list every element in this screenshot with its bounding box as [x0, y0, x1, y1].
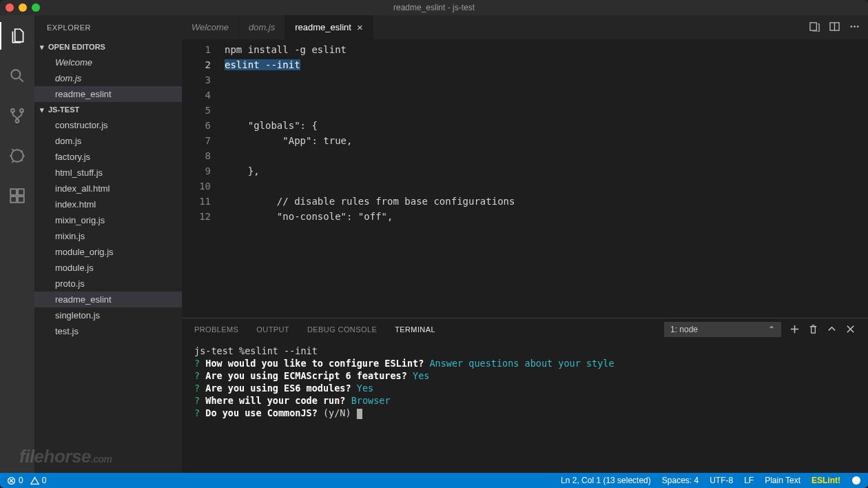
svg-point-11 [851, 26, 853, 28]
line-number[interactable]: 11 [182, 194, 211, 209]
status-language[interactable]: Plain Text [765, 476, 800, 485]
status-eslint[interactable]: ESLint! [812, 476, 840, 485]
code-line[interactable] [225, 88, 868, 103]
status-spaces[interactable]: Spaces: 4 [662, 476, 699, 485]
open-editor-item[interactable]: Welcome [34, 54, 182, 70]
line-number[interactable]: 5 [182, 103, 211, 118]
tab-bar: Welcomedom.jsreadme_eslint× [182, 15, 868, 39]
code-line[interactable] [225, 72, 868, 88]
maximize-window-button[interactable] [32, 3, 40, 12]
line-number[interactable]: 12 [182, 209, 211, 224]
line-number[interactable]: 1 [182, 42, 211, 57]
code-line[interactable] [225, 179, 868, 194]
line-number[interactable]: 7 [182, 133, 211, 148]
file-tree-item[interactable]: constructor.js [34, 117, 182, 133]
warning-icon [30, 476, 39, 485]
svg-point-2 [20, 109, 23, 112]
svg-point-15 [852, 476, 860, 485]
line-number[interactable]: 6 [182, 118, 211, 133]
close-tab-icon[interactable]: × [357, 21, 363, 33]
open-editors-header[interactable]: ▾ OPEN EDITORS [34, 39, 182, 54]
svg-point-3 [16, 119, 19, 123]
code-line[interactable]: "globals": { [225, 118, 868, 133]
search-icon [8, 67, 26, 85]
line-number[interactable]: 3 [182, 72, 211, 88]
file-tree-item[interactable]: html_stuff.js [34, 165, 182, 181]
file-tree-item[interactable]: proto.js [34, 276, 182, 292]
status-encoding[interactable]: UTF-8 [710, 476, 733, 485]
code-line[interactable] [225, 148, 868, 163]
svg-point-0 [11, 70, 20, 79]
svg-rect-7 [10, 196, 17, 203]
editor-region: Welcomedom.jsreadme_eslint× 123456789101… [182, 15, 868, 473]
file-tree-item[interactable]: index.html [34, 196, 182, 212]
file-tree-item[interactable]: dom.js [34, 133, 182, 149]
file-tree-item[interactable]: module.js [34, 260, 182, 276]
panel-maximize-button[interactable] [827, 324, 837, 336]
title-bar: readme_eslint - js-test [0, 0, 868, 15]
activity-explorer[interactable] [0, 22, 34, 50]
file-tree-item[interactable]: singleton.js [34, 307, 182, 323]
activity-search[interactable] [0, 62, 34, 90]
editor-tab[interactable]: readme_eslint× [285, 15, 373, 39]
svg-point-12 [854, 26, 856, 28]
file-tree-item[interactable]: readme_eslint [34, 292, 182, 307]
new-terminal-button[interactable] [789, 324, 800, 336]
status-eol[interactable]: LF [744, 476, 754, 485]
file-tree-item[interactable]: factory.js [34, 149, 182, 165]
more-icon[interactable] [849, 21, 860, 34]
file-tree-item[interactable]: index_all.html [34, 181, 182, 196]
close-window-button[interactable] [6, 3, 14, 12]
chevron-updown-icon: ⌃ [768, 325, 775, 334]
sidebar-title: EXPLORER [34, 15, 182, 39]
split-editor-icon[interactable] [829, 21, 840, 34]
panel-tab[interactable]: DEBUG CONSOLE [307, 325, 377, 334]
extensions-icon [8, 187, 26, 205]
files-icon [9, 27, 27, 45]
code-line[interactable]: // disable rules from base configuration… [225, 194, 868, 209]
activity-bar [0, 15, 34, 473]
terminal-select[interactable]: 1: node ⌃ [664, 322, 781, 337]
activity-extensions[interactable] [0, 182, 34, 210]
svg-rect-8 [18, 196, 24, 203]
svg-point-13 [857, 26, 859, 28]
code-line[interactable]: }, [225, 163, 868, 179]
file-tree-item[interactable]: test.js [34, 323, 182, 339]
line-number[interactable]: 10 [182, 179, 211, 194]
panel-tab[interactable]: OUTPUT [256, 325, 289, 334]
diff-icon[interactable] [809, 21, 820, 34]
panel: PROBLEMSOUTPUTDEBUG CONSOLETERMINAL 1: n… [182, 318, 868, 473]
file-tree-item[interactable]: module_orig.js [34, 244, 182, 260]
open-editor-item[interactable]: readme_eslint [34, 86, 182, 102]
status-errors[interactable]: 0 [7, 476, 23, 485]
kill-terminal-button[interactable] [808, 324, 818, 336]
code-line[interactable]: eslint --init [225, 57, 868, 72]
error-icon [7, 476, 16, 485]
minimize-window-button[interactable] [19, 3, 27, 12]
chevron-down-icon: ▾ [37, 43, 47, 52]
open-editor-item[interactable]: dom.js [34, 70, 182, 86]
code-line[interactable] [225, 103, 868, 118]
line-number[interactable]: 2 [182, 57, 211, 72]
project-header[interactable]: ▾ JS-TEST [34, 102, 182, 117]
code-line[interactable]: "no-console": "off", [225, 209, 868, 224]
code-line[interactable]: "App": true, [225, 133, 868, 148]
editor-tab[interactable]: Welcome [182, 15, 239, 39]
line-number[interactable]: 9 [182, 163, 211, 179]
activity-debug[interactable] [0, 142, 34, 170]
file-tree-item[interactable]: mixin.js [34, 228, 182, 244]
terminal[interactable]: js-test %eslint --init ? How would you l… [182, 340, 868, 473]
status-cursor[interactable]: Ln 2, Col 1 (13 selected) [561, 476, 651, 485]
status-feedback[interactable] [851, 476, 861, 485]
editor-tab[interactable]: dom.js [239, 15, 285, 39]
file-tree-item[interactable]: mixin_orig.js [34, 212, 182, 228]
status-warnings[interactable]: 0 [30, 476, 47, 485]
line-number[interactable]: 4 [182, 88, 211, 103]
panel-tab[interactable]: TERMINAL [395, 325, 435, 334]
code-editor[interactable]: 123456789101112 npm install -g eslintesl… [182, 39, 868, 318]
code-line[interactable]: npm install -g eslint [225, 42, 868, 57]
panel-tab[interactable]: PROBLEMS [194, 325, 238, 334]
panel-close-button[interactable] [845, 324, 856, 336]
line-number[interactable]: 8 [182, 148, 211, 163]
activity-source-control[interactable] [0, 102, 34, 130]
